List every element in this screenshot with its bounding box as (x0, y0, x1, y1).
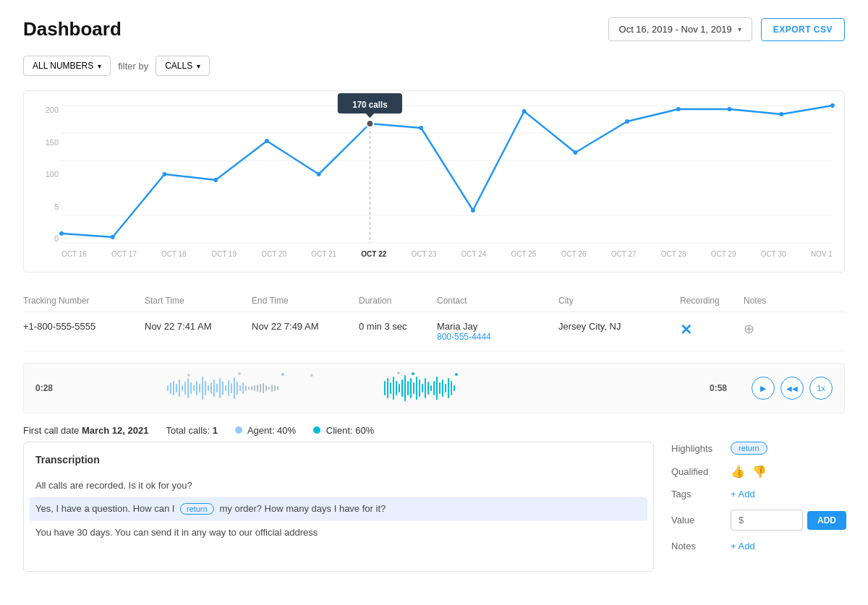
chevron-down-icon: ▾ (98, 62, 101, 70)
table-row: +1-800-555-5555 Nov 22 7:41 AM Nov 22 7:… (23, 312, 845, 351)
svg-rect-74 (413, 382, 414, 394)
y-label-0: 0 (54, 234, 59, 243)
svg-rect-60 (268, 387, 270, 390)
speed-button[interactable]: 1x (809, 377, 833, 400)
agent-stat: Agent: 40% (235, 425, 296, 436)
contact-phone[interactable]: 800-555-4444 (437, 332, 553, 342)
notes-cell: ⊕ (744, 321, 787, 337)
svg-rect-33 (190, 382, 192, 394)
filter-by-label: filter by (118, 61, 148, 72)
value-input-row: ADD (731, 510, 846, 531)
svg-rect-42 (216, 384, 218, 392)
svg-rect-63 (277, 386, 278, 390)
add-note-icon[interactable]: ⊕ (744, 322, 754, 336)
return-highlight-tag: return (180, 503, 214, 515)
svg-rect-88 (454, 385, 455, 391)
highlights-badge: return (731, 442, 767, 455)
call-info-row: First call date March 12, 2021 Total cal… (23, 419, 845, 442)
svg-rect-68 (396, 381, 397, 395)
svg-rect-51 (242, 382, 244, 394)
agent-dot-icon (235, 426, 242, 434)
value-add-button[interactable]: ADD (807, 511, 846, 530)
page-header: Dashboard Oct 16, 2019 - Nov 1, 2019 ▾ E… (23, 17, 845, 41)
svg-rect-30 (182, 385, 183, 391)
col-recording: Recording (680, 296, 738, 306)
svg-rect-41 (213, 379, 215, 397)
tags-label: Tags (671, 489, 723, 499)
svg-rect-56 (257, 385, 258, 392)
export-csv-button[interactable]: EXPORT CSV (761, 18, 845, 41)
waveform-visual[interactable]: // Generated inline waveform bars (66, 371, 702, 406)
svg-rect-36 (199, 384, 200, 392)
svg-rect-61 (271, 385, 273, 392)
highlights-row: Highlights return (671, 442, 845, 455)
svg-rect-72 (407, 381, 409, 395)
audio-start-time: 0:28 (35, 383, 59, 393)
svg-rect-44 (222, 382, 224, 395)
col-city: City (558, 296, 674, 306)
svg-marker-24 (366, 113, 375, 118)
first-call-label: First call date March 12, 2021 (23, 425, 148, 436)
x-label-oct18: OCT 18 (161, 250, 187, 258)
client-dot-icon (313, 426, 320, 434)
svg-rect-26 (170, 382, 171, 394)
filter-bar: ALL NUMBERS ▾ filter by CALLS ▾ (23, 56, 845, 76)
svg-rect-80 (430, 385, 432, 391)
tags-add-link[interactable]: + Add (731, 489, 755, 499)
first-call-date: March 12, 2021 (82, 425, 149, 436)
recording-cell: ✕ (680, 321, 738, 338)
y-label-150: 150 (46, 138, 59, 147)
recording-x-icon[interactable]: ✕ (680, 322, 692, 338)
svg-rect-48 (234, 377, 235, 399)
svg-rect-87 (451, 381, 452, 395)
svg-rect-32 (187, 378, 189, 398)
chart-y-axis: 200 150 100 5 0 (35, 106, 59, 243)
transcript-line-1: All calls are recorded. Is it ok for you… (35, 474, 642, 497)
x-label-oct26: OCT 26 (561, 250, 587, 258)
x-label-oct16: OCT 16 (61, 250, 87, 258)
y-label-100: 100 (46, 170, 59, 179)
svg-rect-40 (210, 382, 212, 394)
svg-text:170 calls: 170 calls (352, 100, 388, 110)
thumbs-down-button[interactable]: 👎 (752, 465, 767, 479)
svg-rect-62 (274, 385, 276, 391)
play-button[interactable]: ▶ (752, 377, 775, 400)
svg-rect-45 (225, 385, 226, 391)
bottom-section: Transcription All calls are recorded. Is… (23, 442, 845, 572)
svg-rect-34 (193, 385, 195, 391)
svg-rect-70 (401, 379, 403, 397)
svg-rect-46 (228, 380, 229, 396)
rewind-button[interactable]: ◀◀ (780, 377, 804, 400)
notes-label: Notes (671, 541, 723, 552)
svg-rect-75 (416, 377, 417, 400)
col-start: Start Time (145, 296, 246, 306)
col-tracking: Tracking Number (23, 296, 139, 306)
calls-table: Tracking Number Start Time End Time Dura… (23, 290, 845, 351)
col-duration: Duration (359, 296, 431, 306)
all-numbers-dropdown[interactable]: ALL NUMBERS ▾ (23, 56, 111, 76)
svg-rect-73 (410, 378, 412, 398)
svg-rect-31 (184, 382, 186, 395)
svg-rect-83 (439, 382, 441, 394)
duration: 0 min 3 sec (359, 321, 431, 332)
svg-rect-59 (265, 385, 267, 391)
start-time: Nov 22 7:41 AM (145, 321, 246, 332)
chart-wrap: 200 150 100 5 0 (35, 106, 833, 265)
svg-rect-50 (239, 385, 241, 391)
value-input[interactable] (731, 510, 803, 531)
svg-rect-35 (196, 381, 197, 395)
calls-dropdown[interactable]: CALLS ▾ (156, 56, 210, 76)
svg-rect-29 (179, 379, 180, 397)
notes-add-link[interactable]: + Add (731, 541, 755, 552)
svg-point-92 (397, 372, 400, 374)
audio-end-time: 0:58 (710, 383, 733, 393)
date-range-button[interactable]: Oct 16, 2019 - Nov 1, 2019 ▾ (608, 17, 752, 41)
svg-point-18 (676, 107, 681, 111)
svg-rect-71 (404, 375, 406, 401)
svg-point-8 (163, 172, 167, 176)
svg-point-11 (317, 172, 321, 176)
tags-row: Tags + Add (671, 489, 845, 499)
thumbs-up-button[interactable]: 👍 (731, 465, 745, 479)
calls-label: CALLS (165, 61, 192, 71)
city: Jersey City, NJ (558, 321, 674, 332)
